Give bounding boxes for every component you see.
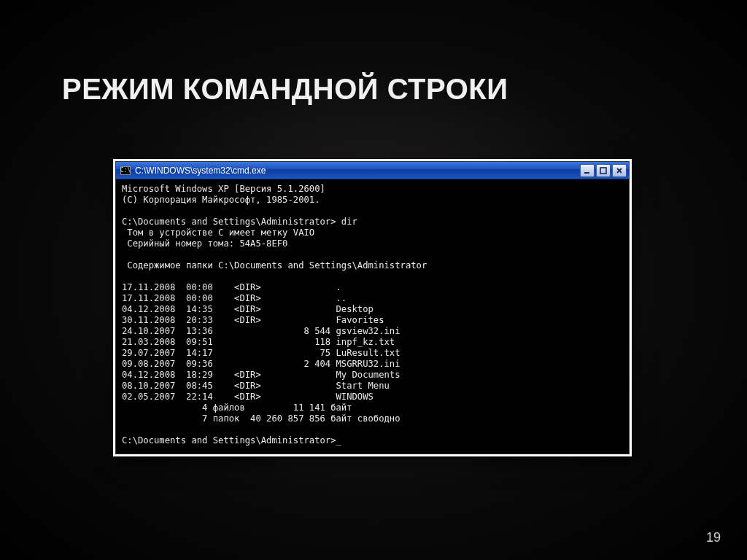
cmd-icon: C:\: [120, 166, 131, 175]
maximize-button[interactable]: [596, 164, 611, 177]
cmd-window: C:\ C:\WINDOWS\system32\cmd.exe Microsof…: [115, 161, 630, 454]
close-button[interactable]: [612, 164, 627, 177]
page-number: 19: [706, 530, 721, 545]
minimize-button[interactable]: [580, 164, 595, 177]
terminal-output: Microsoft Windows XP [Версия 5.1.2600] (…: [122, 184, 623, 446]
svg-rect-0: [584, 172, 589, 174]
terminal-body[interactable]: Microsoft Windows XP [Версия 5.1.2600] (…: [116, 179, 629, 454]
window-controls: [580, 164, 627, 177]
svg-rect-1: [600, 168, 606, 174]
slide-title: РЕЖИМ КОМАНДНОЙ СТРОКИ: [62, 73, 508, 106]
window-titlebar[interactable]: C:\ C:\WINDOWS\system32\cmd.exe: [116, 162, 629, 179]
window-title: C:\WINDOWS\system32\cmd.exe: [135, 166, 576, 176]
